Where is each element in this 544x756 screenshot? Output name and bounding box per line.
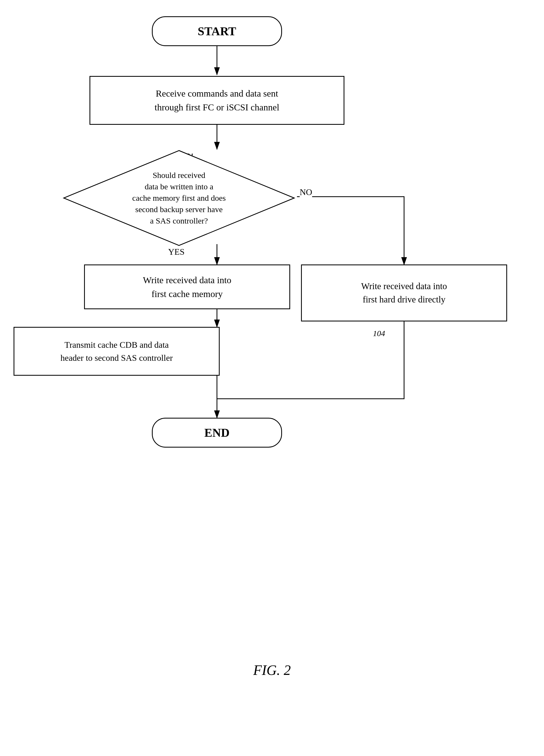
node102: Write received data into first cache mem… [84,264,290,309]
node103: Transmit cache CDB and data header to se… [14,327,220,376]
node100: Receive commands and data sent through f… [89,76,344,125]
figure-caption: FIG. 2 [0,662,544,678]
node100-text: Receive commands and data sent through f… [155,87,279,114]
yes-label: YES [168,247,184,257]
ref-104: 104 [373,329,385,338]
end-node: END [152,418,282,448]
no-label: NO [300,187,312,197]
node101-text: Should received data be written into a c… [62,149,296,247]
start-node: START [152,16,282,46]
node102-text: Write received data into first cache mem… [143,273,231,301]
node104: Write received data into first hard driv… [301,264,507,321]
diagram-container: START 100 Receive commands and data sent… [0,0,544,705]
node101-wrapper: Should received data be written into a c… [62,149,296,247]
node104-text: Write received data into first hard driv… [361,280,447,307]
node103-text: Transmit cache CDB and data header to se… [60,338,173,364]
